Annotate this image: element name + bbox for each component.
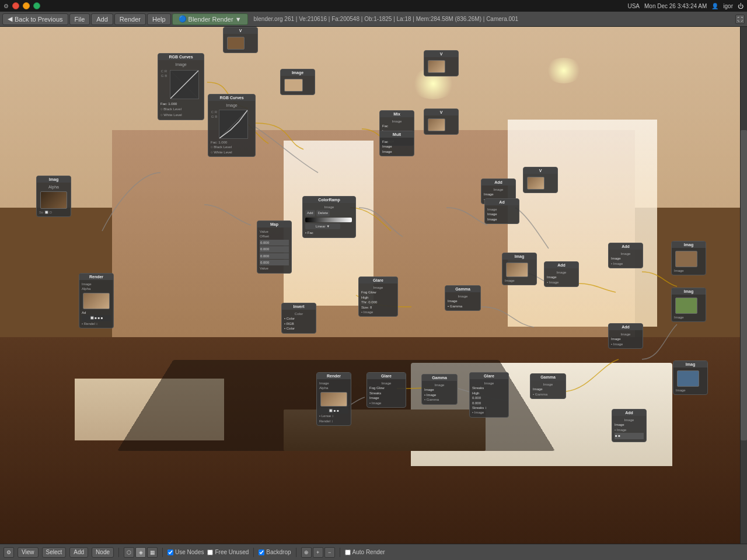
username-display: igor [723,3,733,9]
select-button[interactable]: Select [42,547,67,558]
menu-bar: ◀ Back to Previous File Add Render Help … [0,12,747,27]
zoom-fit-icon[interactable]: ⊕ [301,547,312,558]
render-engine-selector[interactable]: 🔵 Blender Render ▼ [172,13,248,25]
editor-icons: ⬡ ◈ ▦ [124,547,158,558]
blender-logo-icon: ⚙ [4,3,9,9]
file-menu[interactable]: File [69,13,90,25]
render-menu[interactable]: Render [114,13,146,25]
use-nodes-checkbox[interactable] [167,550,173,555]
user-icon: 👤 [711,3,718,9]
blender-icon: 🔵 [179,15,187,23]
node-material-icon[interactable]: ⬡ [124,547,134,558]
rug [117,360,556,452]
node-compositor-icon[interactable]: ◈ [135,547,146,558]
back-arrow-icon: ◀ [8,15,12,23]
back-to-previous-button[interactable]: ◀ Back to Previous [2,13,68,25]
node-button[interactable]: Node [92,547,114,558]
scrollbar-thumb[interactable] [741,130,747,440]
help-menu[interactable]: Help [147,13,171,25]
vertical-scrollbar[interactable] [740,27,747,544]
free-unused-checkbox[interactable] [207,550,213,555]
separator-5 [340,548,340,557]
backdrop-checkbox-label[interactable]: Backdrop [259,549,291,555]
render-backdrop [0,27,747,544]
use-nodes-checkbox-label[interactable]: Use Nodes [167,549,204,555]
icon-group-left: ⚙ [4,547,14,558]
backdrop-checkbox[interactable] [259,550,264,555]
separator-4 [296,548,296,557]
add-menu[interactable]: Add [91,13,113,25]
window-close-btn[interactable] [12,2,19,9]
window-maximize-btn[interactable] [33,2,40,9]
separator-2 [162,548,163,557]
power-icon[interactable]: ⏻ [738,3,743,9]
window-right [508,120,657,326]
zoom-in-icon[interactable]: + [313,547,323,558]
bottom-toolbar: ⚙ View Select Add Node ⬡ ◈ ▦ Use Nodes F… [0,544,747,560]
main-area: Imag Alpha So 🔲 D RGB Curves Image C R G… [0,27,747,544]
separator-3 [253,548,254,557]
separator-1 [118,548,119,557]
dropdown-arrow-icon: ▼ [235,16,242,23]
window-minimize-btn[interactable] [23,2,30,9]
maximize-button[interactable]: ⛶ [735,15,745,24]
ceiling-light-1 [411,68,456,99]
system-bar: ⚙ USA Mon Dec 26 3:43:24 AM 👤 igor ⏻ [0,0,747,12]
free-unused-checkbox-label[interactable]: Free Unused [207,549,249,555]
blender-icon-bottom: ⚙ [4,547,14,558]
window-left [284,141,374,306]
scene-info: blender.org 261 | Ve:210616 | Fa:200548 … [254,16,519,22]
view-button[interactable]: View [18,547,39,558]
view-icons: ⊕ + − [301,547,335,558]
country-flag: USA [627,3,640,9]
auto-render-checkbox-label[interactable]: Auto Render [345,549,385,555]
auto-render-checkbox[interactable] [345,550,351,555]
datetime-display: Mon Dec 26 3:43:24 AM [644,3,707,9]
node-texture-icon[interactable]: ▦ [147,547,158,558]
add-button-bottom[interactable]: Add [69,547,88,558]
zoom-out-icon[interactable]: − [324,547,335,558]
